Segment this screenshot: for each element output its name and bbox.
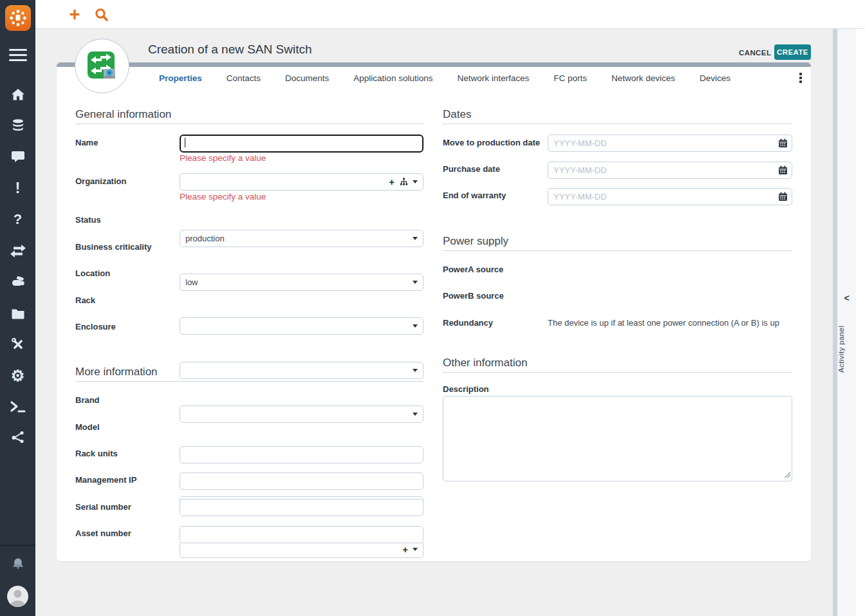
tab-network-devices[interactable]: Network devices: [599, 73, 687, 83]
page-title: Creation of a new SAN Switch: [148, 42, 312, 57]
business-criticality-select[interactable]: low: [180, 274, 423, 291]
helpdesk-hand-icon[interactable]: [0, 269, 35, 295]
organization-select[interactable]: +: [180, 173, 423, 191]
itop-logo-icon[interactable]: [5, 5, 31, 31]
tab-fc-ports[interactable]: FC ports: [541, 73, 599, 83]
enclosure-label: Enclosure: [75, 322, 116, 331]
tab-overflow-menu-icon[interactable]: [795, 70, 806, 86]
tab-bar: Properties Contacts Documents Applicatio…: [147, 67, 743, 89]
san-switch-icon: [86, 50, 119, 83]
name-input[interactable]: [180, 135, 423, 153]
move-to-production-input[interactable]: [548, 135, 792, 152]
tab-network-interfaces[interactable]: Network interfaces: [445, 73, 541, 83]
tab-properties[interactable]: Properties: [147, 73, 214, 83]
tab-devices[interactable]: Devices: [687, 73, 743, 83]
section-title-dates: Dates: [443, 108, 471, 121]
chevron-down-icon: [413, 413, 418, 416]
activity-panel-label: Activity panel: [837, 307, 856, 391]
data-administration-icon[interactable]: [0, 113, 35, 138]
redundancy-label: Redundancy: [443, 318, 493, 328]
home-icon[interactable]: [0, 82, 35, 107]
purchase-date-input[interactable]: [548, 162, 792, 179]
tab-contacts[interactable]: Contacts: [214, 73, 273, 83]
name-label: Name: [75, 138, 98, 147]
section-title-other: Other information: [443, 357, 527, 369]
calendar-icon[interactable]: [778, 138, 788, 148]
model-select[interactable]: +: [180, 541, 423, 558]
management-ip-label: Management IP: [75, 475, 136, 485]
chevron-down-icon: [413, 548, 418, 551]
move-to-production-label: Move to production date: [443, 138, 540, 147]
tab-documents[interactable]: Documents: [273, 73, 341, 83]
chevron-down-icon: [413, 281, 418, 284]
settings-gear-icon[interactable]: ⚙: [0, 363, 35, 389]
section-rule: [443, 250, 792, 251]
status-value: production: [185, 234, 408, 243]
rack-label: Rack: [75, 295, 95, 305]
redundancy-value: The device is up if at least one power c…: [548, 318, 792, 328]
object-form-card: Properties Contacts Documents Applicatio…: [57, 62, 811, 561]
new-object-icon[interactable]: +: [64, 1, 86, 27]
organization-hierarchy-icon[interactable]: [400, 178, 408, 186]
rack-units-input[interactable]: [180, 446, 423, 463]
serial-number-input[interactable]: [180, 499, 423, 516]
user-avatar[interactable]: [7, 586, 28, 607]
alerts-icon[interactable]: !: [0, 175, 35, 201]
share-graph-icon[interactable]: [0, 424, 35, 450]
help-icon[interactable]: ?: [0, 207, 35, 232]
section-rule: [443, 124, 792, 124]
chevron-down-icon: [413, 180, 418, 183]
business-criticality-value: low: [185, 277, 408, 287]
activity-panel-expand-icon[interactable]: <: [837, 293, 856, 303]
section-rule: [75, 124, 423, 124]
sidebar: ! ? ⚙: [0, 0, 35, 616]
location-label: Location: [75, 268, 110, 278]
calendar-icon[interactable]: [778, 165, 788, 175]
resize-handle[interactable]: [785, 472, 790, 478]
documents-folder-icon[interactable]: [0, 301, 35, 326]
tools-icon[interactable]: [0, 331, 35, 357]
tab-application-solutions[interactable]: Application solutions: [341, 73, 445, 83]
right-margin: [856, 29, 865, 616]
create-button[interactable]: CREATE: [774, 44, 811, 60]
section-title-power: Power supply: [443, 235, 508, 248]
activity-panel-collapsed[interactable]: < Activity panel: [837, 29, 856, 616]
asset-number-input[interactable]: [180, 526, 423, 543]
rack-units-label: Rack units: [75, 449, 118, 458]
business-criticality-label: Business criticality: [75, 242, 152, 252]
end-of-warranty-input[interactable]: [548, 188, 792, 205]
management-ip-input[interactable]: [180, 472, 423, 490]
sidebar-divider: [0, 545, 35, 546]
status-label: Status: [75, 215, 101, 225]
scrollbar[interactable]: [833, 29, 837, 616]
model-add-icon[interactable]: +: [402, 545, 408, 554]
transfer-icon[interactable]: [0, 238, 35, 264]
location-select[interactable]: [180, 317, 423, 335]
chevron-down-icon: [413, 324, 418, 328]
section-title-more: More information: [75, 366, 158, 378]
status-select[interactable]: production: [180, 230, 423, 247]
menu-toggle-icon[interactable]: [9, 49, 27, 61]
terminal-icon[interactable]: [0, 394, 35, 420]
description-label: Description: [443, 384, 489, 394]
calendar-icon[interactable]: [778, 192, 788, 201]
organization-add-icon[interactable]: +: [389, 177, 395, 187]
section-rule: [443, 372, 792, 373]
search-icon[interactable]: [93, 6, 110, 23]
asset-number-label: Asset number: [75, 528, 131, 538]
text-cursor: [185, 138, 185, 147]
purchase-date-label: Purchase date: [443, 164, 500, 174]
top-toolbar: +: [35, 0, 865, 29]
serial-number-label: Serial number: [75, 502, 131, 512]
chevron-down-icon: [413, 237, 418, 240]
organization-label: Organization: [75, 176, 126, 186]
brand-label: Brand: [75, 395, 100, 405]
enclosure-select[interactable]: [180, 406, 423, 423]
notifications-bell-icon[interactable]: [10, 556, 26, 572]
chat-icon[interactable]: [0, 144, 35, 169]
model-label: Model: [75, 422, 100, 432]
description-textarea[interactable]: [443, 396, 792, 481]
powera-source-label: PowerA source: [443, 265, 503, 274]
rack-select[interactable]: [180, 362, 423, 379]
cancel-button[interactable]: CANCEL: [732, 45, 777, 60]
